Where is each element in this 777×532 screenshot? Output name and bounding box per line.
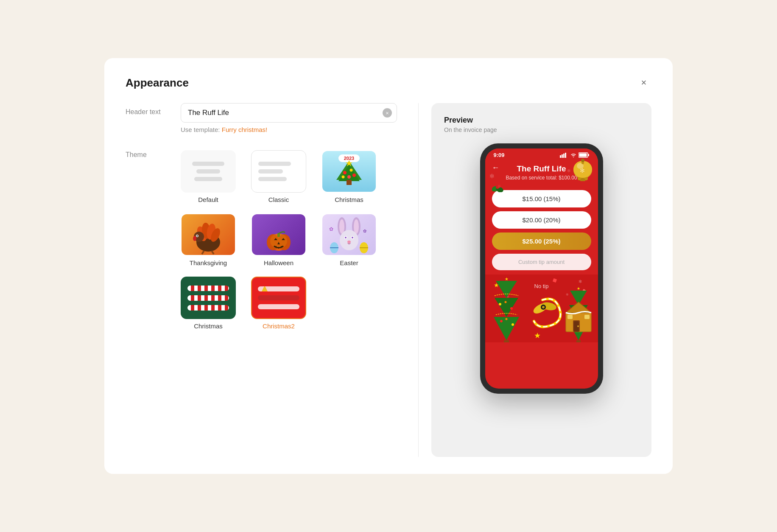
theme-name-christmas: Christmas — [335, 196, 363, 203]
theme-thumbnail-christmas3 — [251, 277, 306, 319]
svg-text:★: ★ — [534, 331, 541, 340]
modal-body: Header text × Use template: Furry christ… — [126, 103, 651, 457]
theme-name-default: Default — [198, 196, 218, 203]
theme-thumbnail-thanksgiving — [181, 213, 236, 256]
tip-option-20[interactable]: $20.00 (20%) — [492, 211, 591, 229]
theme-item-default[interactable]: Default — [181, 150, 236, 203]
candy-stripe-2 — [187, 295, 229, 301]
theme-row: Theme Default — [126, 146, 397, 330]
bell-svg: ✻ — [572, 157, 594, 181]
holly-decoration — [492, 184, 505, 194]
thumb-line — [258, 169, 283, 174]
theme-item-thanksgiving[interactable]: Thanksgiving — [181, 213, 236, 266]
phone-frame: 9:09 — [480, 143, 603, 394]
svg-point-38 — [340, 230, 358, 250]
svg-point-6 — [350, 169, 353, 172]
svg-point-71 — [498, 185, 500, 188]
tip-options-area: $15.00 (15%) $20.00 (20%) $25.00 (25%) C… — [485, 186, 598, 274]
easter-thumb-visual: ✿ ✿ — [322, 214, 376, 255]
svg-point-93 — [542, 306, 545, 308]
thumb-line — [192, 162, 224, 166]
svg-point-43 — [347, 241, 351, 243]
theme-thumbnail-classic — [251, 150, 306, 193]
thumb-line — [258, 162, 291, 166]
theme-name-christmas3: Christmas2 — [263, 322, 295, 330]
phone-back-button[interactable]: ← — [492, 163, 500, 172]
svg-point-18 — [193, 236, 196, 241]
theme-item-christmas[interactable]: 2023 — [321, 150, 377, 203]
theme-thumbnail-easter: ✿ ✿ — [321, 213, 377, 256]
svg-point-33 — [270, 233, 287, 249]
theme-grid: Default Classic — [181, 150, 397, 330]
svg-rect-82 — [504, 340, 509, 342]
thumb-red-bar-1 — [258, 286, 299, 291]
theme-item-christmas3[interactable]: Christmas2 — [251, 277, 306, 330]
svg-rect-97 — [576, 340, 581, 342]
theme-name-classic: Classic — [268, 196, 289, 203]
header-text-input[interactable] — [181, 103, 397, 123]
theme-name-easter: Easter — [340, 259, 358, 266]
candy-stripe-3 — [187, 305, 229, 311]
thumb-line — [196, 169, 220, 174]
preview-subtitle: On the invoice page — [444, 126, 639, 133]
theme-thumbnail-default — [181, 150, 236, 193]
snowflake-decor-1: ✻ — [489, 173, 495, 179]
template-link[interactable]: Furry christmas! — [222, 126, 268, 133]
svg-rect-56 — [565, 153, 566, 158]
theme-thumbnail-halloween — [251, 213, 306, 256]
svg-rect-54 — [562, 154, 563, 158]
modal-title: Appearance — [126, 76, 189, 90]
svg-point-36 — [339, 219, 344, 234]
christmas-thumb-visual: 2023 — [322, 151, 376, 192]
svg-line-21 — [202, 251, 204, 254]
theme-label: Theme — [126, 146, 181, 159]
phone-time: 9:09 — [494, 152, 505, 158]
panel-divider — [418, 103, 419, 457]
signal-icon — [560, 153, 568, 158]
svg-line-22 — [212, 251, 214, 254]
header-text-content: × Use template: Furry christmas! — [181, 103, 397, 133]
svg-text:✻: ✻ — [579, 279, 582, 284]
svg-point-40 — [345, 237, 347, 238]
svg-point-9 — [347, 175, 351, 179]
svg-text:✿: ✿ — [363, 229, 366, 233]
theme-name-christmas2: Christmas — [194, 322, 223, 330]
close-button[interactable]: × — [636, 75, 651, 90]
theme-item-halloween[interactable]: Halloween — [251, 213, 306, 266]
holly-svg — [492, 184, 505, 192]
svg-point-20 — [197, 235, 198, 236]
thanksgiving-thumb-visual — [182, 214, 235, 255]
bell-icon: ✻ — [572, 157, 594, 183]
tip-option-25[interactable]: $25.00 (25%) — [492, 232, 591, 250]
svg-text:★: ★ — [577, 286, 580, 291]
right-panel: Preview On the invoice page 9:09 — [431, 103, 651, 457]
preview-title: Preview — [444, 116, 639, 125]
template-hint: Use template: Furry christmas! — [181, 126, 397, 133]
halloween-svg — [255, 215, 302, 255]
svg-point-88 — [505, 318, 507, 320]
theme-thumbnail-christmas2 — [181, 277, 236, 319]
candy-stripe-1 — [187, 286, 229, 291]
halloween-thumb-visual — [252, 214, 305, 255]
left-panel: Header text × Use template: Furry christ… — [126, 103, 414, 457]
custom-tip-input[interactable]: Custom tip amount — [492, 254, 591, 270]
no-tip-label[interactable]: No tip — [534, 283, 549, 289]
theme-content: Default Classic — [181, 146, 397, 330]
hat-icon-small — [261, 286, 268, 291]
clear-input-button[interactable]: × — [383, 108, 392, 118]
modal-header: Appearance × — [126, 75, 651, 90]
svg-text:★: ★ — [505, 277, 509, 281]
thanksgiving-svg — [183, 215, 234, 255]
svg-text:✻: ✻ — [566, 293, 569, 297]
svg-point-8 — [342, 176, 345, 179]
svg-rect-110 — [584, 315, 590, 319]
svg-rect-4 — [347, 180, 352, 185]
tip-option-15[interactable]: $15.00 (15%) — [492, 190, 591, 207]
svg-marker-50 — [262, 286, 267, 291]
theme-item-easter[interactable]: ✿ ✿ Easter — [321, 213, 377, 266]
thumb-red-bar-2 — [258, 295, 299, 300]
svg-rect-51 — [262, 291, 268, 291]
theme-item-christmas2[interactable]: Christmas — [181, 277, 236, 330]
phone-header-area: ✻ ✻ ← — [485, 160, 598, 186]
theme-item-classic[interactable]: Classic — [251, 150, 306, 203]
